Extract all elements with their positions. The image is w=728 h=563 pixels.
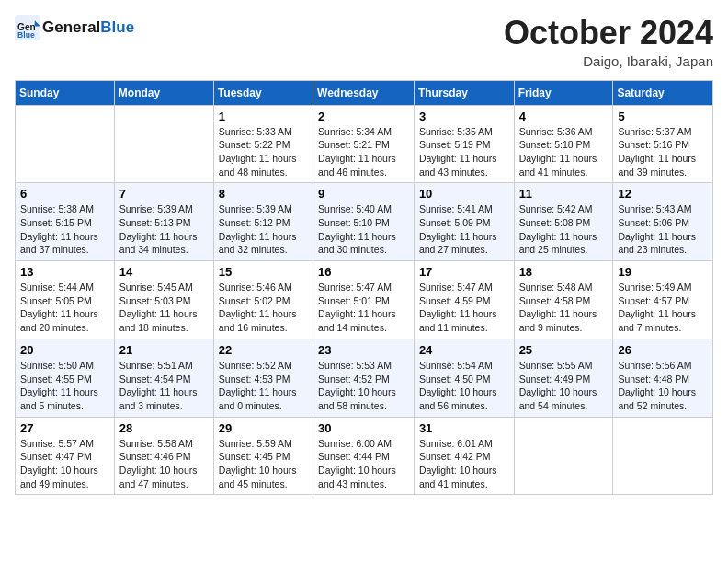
cell-info: Sunrise: 5:39 AM Sunset: 5:12 PM Dayligh… — [219, 202, 308, 257]
calendar-container: Gen Blue GeneralBlue October 2024 Daigo,… — [0, 0, 728, 563]
calendar-cell: 27Sunrise: 5:57 AM Sunset: 4:47 PM Dayli… — [16, 417, 115, 495]
calendar-header-row: SundayMondayTuesdayWednesdayThursdayFrid… — [16, 80, 713, 105]
cell-info: Sunrise: 5:38 AM Sunset: 5:15 PM Dayligh… — [20, 202, 109, 257]
day-number: 26 — [618, 343, 708, 357]
day-number: 4 — [519, 109, 609, 123]
day-number: 2 — [318, 109, 409, 123]
day-number: 13 — [20, 265, 109, 279]
calendar-cell — [613, 417, 713, 495]
calendar-cell: 28Sunrise: 5:58 AM Sunset: 4:46 PM Dayli… — [114, 417, 213, 495]
weekday-header-monday: Monday — [114, 80, 213, 105]
day-number: 5 — [618, 109, 708, 123]
calendar-cell — [514, 417, 613, 495]
day-number: 14 — [119, 265, 209, 279]
calendar-cell: 30Sunrise: 6:00 AM Sunset: 4:44 PM Dayli… — [313, 417, 415, 495]
calendar-cell: 1Sunrise: 5:33 AM Sunset: 5:22 PM Daylig… — [213, 105, 313, 183]
cell-info: Sunrise: 5:52 AM Sunset: 4:53 PM Dayligh… — [219, 359, 308, 413]
weekday-header-wednesday: Wednesday — [313, 80, 415, 105]
cell-info: Sunrise: 5:37 AM Sunset: 5:16 PM Dayligh… — [618, 125, 708, 179]
calendar-cell: 2Sunrise: 5:34 AM Sunset: 5:21 PM Daylig… — [313, 105, 415, 183]
cell-info: Sunrise: 5:49 AM Sunset: 4:57 PM Dayligh… — [618, 281, 708, 335]
cell-info: Sunrise: 5:50 AM Sunset: 4:55 PM Dayligh… — [20, 359, 109, 413]
day-number: 9 — [318, 187, 409, 201]
day-number: 21 — [119, 343, 209, 357]
day-number: 31 — [419, 421, 509, 435]
day-number: 6 — [20, 187, 109, 201]
cell-info: Sunrise: 5:46 AM Sunset: 5:02 PM Dayligh… — [219, 281, 308, 335]
cell-info: Sunrise: 5:56 AM Sunset: 4:48 PM Dayligh… — [618, 359, 708, 413]
day-number: 20 — [20, 343, 109, 357]
calendar-cell: 10Sunrise: 5:41 AM Sunset: 5:09 PM Dayli… — [414, 183, 514, 261]
calendar-cell — [16, 105, 115, 183]
weekday-header-saturday: Saturday — [613, 80, 713, 105]
cell-info: Sunrise: 5:45 AM Sunset: 5:03 PM Dayligh… — [119, 281, 209, 335]
cell-info: Sunrise: 5:36 AM Sunset: 5:18 PM Dayligh… — [519, 125, 609, 179]
calendar-table: SundayMondayTuesdayWednesdayThursdayFrid… — [15, 80, 713, 496]
logo-blue: Blue — [100, 18, 134, 36]
calendar-week-1: 1Sunrise: 5:33 AM Sunset: 5:22 PM Daylig… — [16, 105, 713, 183]
calendar-cell: 7Sunrise: 5:39 AM Sunset: 5:13 PM Daylig… — [114, 183, 213, 261]
cell-info: Sunrise: 5:58 AM Sunset: 4:46 PM Dayligh… — [119, 437, 209, 491]
calendar-cell: 22Sunrise: 5:52 AM Sunset: 4:53 PM Dayli… — [213, 339, 313, 417]
logo-icon: Gen Blue — [15, 15, 40, 40]
calendar-cell: 21Sunrise: 5:51 AM Sunset: 4:54 PM Dayli… — [114, 339, 213, 417]
cell-info: Sunrise: 5:40 AM Sunset: 5:10 PM Dayligh… — [318, 202, 409, 257]
cell-info: Sunrise: 5:47 AM Sunset: 5:01 PM Dayligh… — [318, 281, 409, 335]
calendar-cell: 9Sunrise: 5:40 AM Sunset: 5:10 PM Daylig… — [313, 183, 415, 261]
calendar-cell: 26Sunrise: 5:56 AM Sunset: 4:48 PM Dayli… — [613, 339, 713, 417]
cell-info: Sunrise: 5:34 AM Sunset: 5:21 PM Dayligh… — [318, 125, 409, 179]
day-number: 17 — [419, 265, 509, 279]
day-number: 8 — [219, 187, 308, 201]
calendar-cell: 11Sunrise: 5:42 AM Sunset: 5:08 PM Dayli… — [514, 183, 613, 261]
weekday-header-tuesday: Tuesday — [213, 80, 313, 105]
day-number: 24 — [419, 343, 509, 357]
calendar-cell: 15Sunrise: 5:46 AM Sunset: 5:02 PM Dayli… — [213, 261, 313, 339]
calendar-week-5: 27Sunrise: 5:57 AM Sunset: 4:47 PM Dayli… — [16, 417, 713, 495]
day-number: 11 — [519, 187, 609, 201]
calendar-cell: 29Sunrise: 5:59 AM Sunset: 4:45 PM Dayli… — [213, 417, 313, 495]
day-number: 1 — [219, 109, 308, 123]
day-number: 19 — [618, 265, 708, 279]
cell-info: Sunrise: 6:01 AM Sunset: 4:42 PM Dayligh… — [419, 437, 509, 491]
cell-info: Sunrise: 5:33 AM Sunset: 5:22 PM Dayligh… — [219, 125, 308, 179]
day-number: 3 — [419, 109, 509, 123]
calendar-cell: 5Sunrise: 5:37 AM Sunset: 5:16 PM Daylig… — [613, 105, 713, 183]
calendar-cell: 4Sunrise: 5:36 AM Sunset: 5:18 PM Daylig… — [514, 105, 613, 183]
cell-info: Sunrise: 5:48 AM Sunset: 4:58 PM Dayligh… — [519, 281, 609, 335]
calendar-cell: 25Sunrise: 5:55 AM Sunset: 4:49 PM Dayli… — [514, 339, 613, 417]
cell-info: Sunrise: 5:43 AM Sunset: 5:06 PM Dayligh… — [618, 202, 708, 257]
cell-info: Sunrise: 5:59 AM Sunset: 4:45 PM Dayligh… — [219, 437, 308, 491]
cell-info: Sunrise: 5:54 AM Sunset: 4:50 PM Dayligh… — [419, 359, 509, 413]
cell-info: Sunrise: 5:53 AM Sunset: 4:52 PM Dayligh… — [318, 359, 409, 413]
cell-info: Sunrise: 5:35 AM Sunset: 5:19 PM Dayligh… — [419, 125, 509, 179]
day-number: 7 — [119, 187, 209, 201]
calendar-cell: 14Sunrise: 5:45 AM Sunset: 5:03 PM Dayli… — [114, 261, 213, 339]
day-number: 27 — [20, 421, 109, 435]
day-number: 12 — [618, 187, 708, 201]
calendar-cell: 24Sunrise: 5:54 AM Sunset: 4:50 PM Dayli… — [414, 339, 514, 417]
calendar-cell: 18Sunrise: 5:48 AM Sunset: 4:58 PM Dayli… — [514, 261, 613, 339]
day-number: 29 — [219, 421, 308, 435]
calendar-cell: 8Sunrise: 5:39 AM Sunset: 5:12 PM Daylig… — [213, 183, 313, 261]
cell-info: Sunrise: 5:39 AM Sunset: 5:13 PM Dayligh… — [119, 202, 209, 257]
calendar-cell: 31Sunrise: 6:01 AM Sunset: 4:42 PM Dayli… — [414, 417, 514, 495]
day-number: 23 — [318, 343, 409, 357]
calendar-cell: 19Sunrise: 5:49 AM Sunset: 4:57 PM Dayli… — [613, 261, 713, 339]
day-number: 16 — [318, 265, 409, 279]
cell-info: Sunrise: 5:44 AM Sunset: 5:05 PM Dayligh… — [20, 281, 109, 335]
weekday-header-friday: Friday — [514, 80, 613, 105]
calendar-week-2: 6Sunrise: 5:38 AM Sunset: 5:15 PM Daylig… — [16, 183, 713, 261]
logo-general: General — [42, 18, 100, 36]
calendar-cell: 6Sunrise: 5:38 AM Sunset: 5:15 PM Daylig… — [16, 183, 115, 261]
calendar-cell — [114, 105, 213, 183]
location: Daigo, Ibaraki, Japan — [504, 53, 713, 69]
cell-info: Sunrise: 5:57 AM Sunset: 4:47 PM Dayligh… — [20, 437, 109, 491]
weekday-header-thursday: Thursday — [414, 80, 514, 105]
cell-info: Sunrise: 6:00 AM Sunset: 4:44 PM Dayligh… — [318, 437, 409, 491]
cell-info: Sunrise: 5:51 AM Sunset: 4:54 PM Dayligh… — [119, 359, 209, 413]
calendar-cell: 13Sunrise: 5:44 AM Sunset: 5:05 PM Dayli… — [16, 261, 115, 339]
calendar-cell: 20Sunrise: 5:50 AM Sunset: 4:55 PM Dayli… — [16, 339, 115, 417]
month-title: October 2024 — [504, 15, 713, 52]
day-number: 25 — [519, 343, 609, 357]
day-number: 15 — [219, 265, 308, 279]
